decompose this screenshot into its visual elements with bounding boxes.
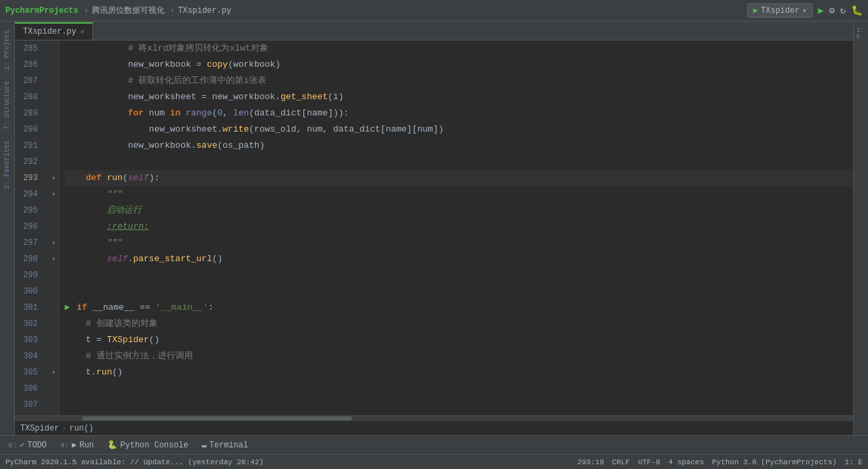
gutter-297[interactable]: ▾ [49,235,59,251]
line-num-302: 302 [15,316,43,332]
run-tab-icon: ▶ [71,440,76,450]
code-line-296: :return: [65,219,853,235]
tab-close-button[interactable]: ✕ [80,28,84,36]
code-line-298: self . parse_start_url () [65,251,853,267]
run-button[interactable]: ▶ [818,5,823,16]
gutter-303 [49,332,59,348]
gutter-286 [49,57,59,73]
main-layout: 1: Project 7: Structure 2: Favorites TXs… [0,22,868,435]
code-line-288: new_worksheet = new_workbook. get_sheet … [65,89,853,105]
code-content[interactable]: 285 286 287 288 289 290 291 292 293 294 … [15,40,853,415]
line-num-288: 288 [15,89,43,105]
right-sidebar: 1: E [853,22,868,435]
status-left: PyCharm 2020.1.5 available: // Update...… [5,458,577,466]
line-num-293: 293 [15,170,43,186]
code-line-297: """ [65,235,853,251]
breadcrumb-file[interactable]: TXSpider [20,424,59,433]
run-controls: ▶ TXspider ▾ ▶ ⚙ ↻ 🐛 [747,3,863,18]
code-line-294: """ [65,186,853,202]
gutter-295 [49,202,59,219]
update-message[interactable]: PyCharm 2020.1.5 available: // Update...… [5,458,264,466]
horizontal-scrollbar[interactable] [15,415,853,420]
code-line-293: def run ( self ): [65,170,853,186]
gutter-307 [49,397,59,413]
bottom-tab-terminal[interactable]: ▬ Terminal [199,439,251,451]
file-encoding[interactable]: UTF-8 [638,458,660,466]
breadcrumb-sep: › [62,424,67,433]
indent-settings[interactable]: 4 spaces [668,458,704,466]
update-button[interactable]: ↻ [840,5,846,16]
right-sidebar-icon-1[interactable]: 1: E [854,24,868,43]
bottom-tab-run[interactable]: 4: ▶ Run [57,439,96,451]
bottom-tab-todo[interactable]: 6: ✓ TODO [5,439,49,451]
line-num-289: 289 [15,105,43,121]
bottom-toolbar: 6: ✓ TODO 4: ▶ Run 🐍 Python Console ▬ Te… [0,435,868,454]
sidebar-item-favorites[interactable]: 2: Favorites [2,135,12,194]
code-editor: 285 286 287 288 289 290 291 292 293 294 … [15,40,853,415]
todo-num: 6: [8,441,17,449]
line-num-300: 300 [15,283,43,300]
build-button[interactable]: ⚙ [829,5,834,16]
code-line-292 [65,154,853,170]
left-sidebar: 1: Project 7: Structure 2: Favorites [0,22,15,435]
tab-bar: TXspider.py ✕ [15,22,853,40]
python-console-label: Python Console [120,441,188,450]
bottom-tab-python-console[interactable]: 🐍 Python Console [105,439,191,451]
run-config-selector[interactable]: ▶ TXspider ▾ [747,3,813,18]
gutter-305[interactable]: ▾ [49,364,59,381]
sidebar-item-structure[interactable]: 7: Structure [2,76,12,135]
gutter-293[interactable]: ▾ [49,170,59,186]
code-line-285: # 将xlrd对象拷贝转化为xlwt对象 [65,40,853,57]
code-gutter: ▾ ▾ ▾ ▾ ▾ [49,40,59,415]
line-num-299: 299 [15,267,43,283]
code-line-302: # 创建该类的对象 [65,316,853,332]
statusbar: PyCharm 2020.1.5 available: // Update...… [0,454,868,469]
cursor-position[interactable]: 293:19 [577,458,604,466]
code-text-area[interactable]: # 将xlrd对象拷贝转化为xlwt对象 new_workbook = copy… [59,40,853,415]
line-numbers: 285 286 287 288 289 290 291 292 293 294 … [15,40,49,415]
todo-icon: ✓ [20,440,24,450]
code-line-290: new_worksheet. write (rows_old, num, dat… [65,121,853,138]
gutter-304 [49,348,59,364]
title-sep2: › [170,5,175,16]
editor-area: TXspider.py ✕ 285 286 287 288 289 290 29… [15,22,853,435]
gutter-294[interactable]: ▾ [49,186,59,202]
line-separator[interactable]: CRLF [612,458,630,466]
line-num-297: 297 [15,235,43,251]
titlebar: PycharmProjects › 腾讯房位数据可视化 › TXspider.p… [0,0,868,22]
gutter-288 [49,89,59,105]
line-num-306: 306 [15,381,43,397]
code-line-287: # 获取转化后的工作薄中的第i张表 [65,73,853,89]
gutter-298[interactable]: ▾ [49,251,59,267]
breadcrumb-method[interactable]: run() [69,424,94,433]
gutter-300 [49,283,59,300]
gutter-285 [49,40,59,57]
code-line-289: for num in range ( 0 , len (data_dict[na… [65,105,853,121]
line-num-301: 301 [15,300,43,316]
code-line-301: ▶ if __name__ == '__main__' : [65,300,853,316]
tab-txspider[interactable]: TXspider.py ✕ [15,22,93,40]
gutter-291 [49,138,59,154]
line-num-287: 287 [15,73,43,89]
run-config-label: TXspider [761,6,800,16]
run-tab-label: Run [80,441,94,450]
run-arrow-301: ▶ [65,300,70,316]
line-num-292: 292 [15,154,43,170]
scrollbar-thumb[interactable] [82,416,352,420]
code-line-286: new_workbook = copy (workbook) [65,57,853,73]
sidebar-item-project[interactable]: 1: Project [2,24,12,76]
line-num-303: 303 [15,332,43,348]
code-line-300 [65,283,853,300]
code-line-305: t. run () [65,364,853,381]
event-log[interactable]: 1: E [845,458,863,466]
tab-label: TXspider.py [23,27,76,36]
code-line-303: t = TXSpider () [65,332,853,348]
line-num-290: 290 [15,121,43,138]
line-num-286: 286 [15,57,43,73]
project-label[interactable]: PycharmProjects [5,6,78,16]
todo-label: TODO [27,441,47,450]
debug-button[interactable]: 🐛 [851,5,863,16]
folder-label: 腾讯房位数据可视化 [92,5,165,16]
line-num-304: 304 [15,348,43,364]
python-interpreter[interactable]: Python 3.6 (PycharmProjects) [712,458,837,466]
